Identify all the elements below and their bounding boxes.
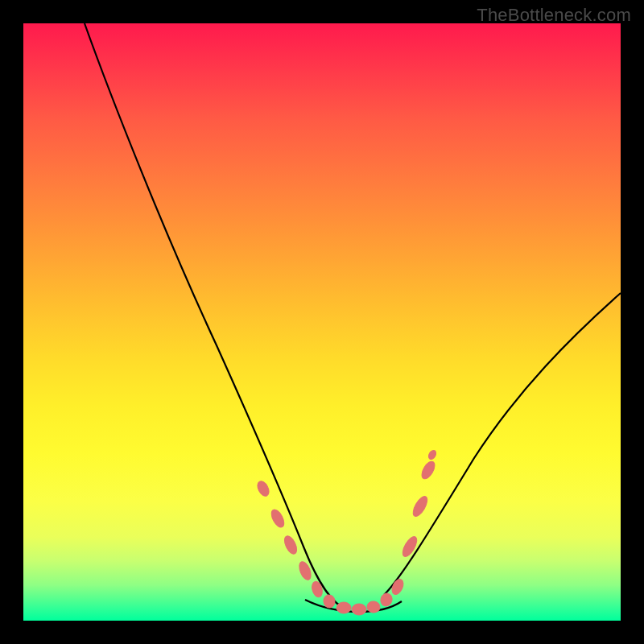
marker xyxy=(255,479,271,497)
marker xyxy=(352,604,366,615)
chart-svg xyxy=(23,23,621,621)
marker xyxy=(282,535,299,556)
marker xyxy=(419,460,437,481)
bottleneck-curve-left xyxy=(85,23,347,609)
marker xyxy=(400,535,419,559)
plot-area xyxy=(23,23,621,621)
marker xyxy=(390,577,406,596)
marker xyxy=(427,449,438,460)
marker xyxy=(269,508,287,530)
watermark-text: TheBottleneck.com xyxy=(477,5,631,26)
marker-group xyxy=(255,449,437,615)
marker xyxy=(379,592,394,608)
marker xyxy=(310,580,324,599)
marker xyxy=(411,494,430,518)
bottleneck-curve-right xyxy=(384,293,621,595)
chart-frame: TheBottleneck.com xyxy=(0,0,644,644)
marker xyxy=(336,602,351,613)
